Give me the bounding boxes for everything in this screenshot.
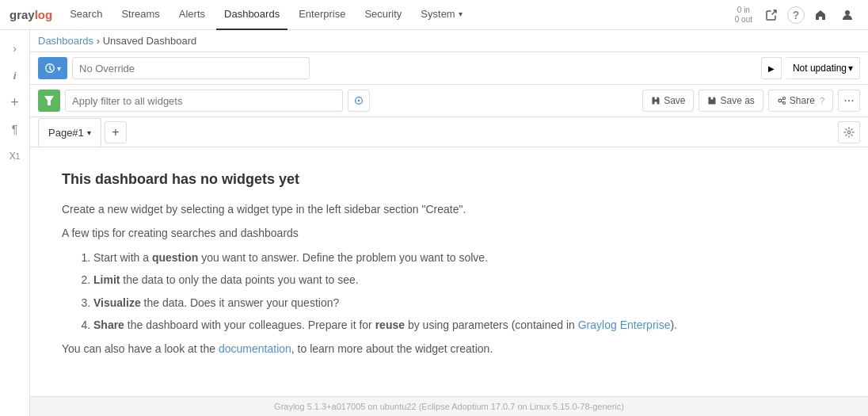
page-tab-label: Page#1 bbox=[48, 127, 84, 139]
dashboard-settings-btn[interactable] bbox=[838, 121, 860, 143]
tip-3: Visualize the data. Does it answer your … bbox=[93, 294, 836, 311]
time-caret: ▾ bbox=[57, 64, 61, 73]
footer-text: Graylog 5.1.3+a017005 on ubuntu22 (Eclip… bbox=[274, 402, 624, 411]
graylog-enterprise-link[interactable]: Graylog Enterprise bbox=[578, 319, 671, 331]
tips-intro: A few tips for creating searches and das… bbox=[62, 224, 836, 242]
share-label: Share bbox=[790, 95, 815, 106]
layout: › i + ¶ X1 Dashboards › Unsaved Dashboar… bbox=[0, 30, 868, 416]
svg-point-0 bbox=[845, 10, 850, 15]
external-link-btn[interactable] bbox=[760, 4, 782, 26]
filter-input[interactable] bbox=[65, 90, 343, 112]
nav-streams[interactable]: Streams bbox=[113, 0, 167, 30]
share-btn[interactable]: Share ? bbox=[768, 90, 833, 112]
save-as-btn[interactable]: Save as bbox=[699, 90, 763, 112]
breadcrumb: Dashboards › Unsaved Dashboard bbox=[38, 35, 196, 47]
save-label: Save bbox=[664, 95, 685, 106]
nav-security[interactable]: Security bbox=[356, 0, 409, 30]
svg-point-5 bbox=[779, 99, 782, 102]
user-btn[interactable] bbox=[836, 4, 858, 26]
sidebar-format[interactable]: ¶ bbox=[3, 117, 27, 141]
nav-dashboards[interactable]: Dashboards bbox=[216, 0, 287, 30]
tip-4: Share the dashboard with your colleagues… bbox=[93, 316, 836, 334]
svg-point-8 bbox=[847, 131, 851, 134]
svg-marker-2 bbox=[44, 96, 54, 105]
documentation-link[interactable]: documentation bbox=[219, 342, 291, 355]
nav-alerts[interactable]: Alerts bbox=[171, 0, 213, 30]
system-dropdown-caret: ▾ bbox=[459, 10, 463, 18]
more-options-btn[interactable]: ··· bbox=[838, 90, 860, 112]
traffic-badge: 0 in 0 out bbox=[735, 6, 752, 25]
page-tab-1[interactable]: Page#1 ▾ bbox=[38, 118, 101, 147]
sidebar-variable[interactable]: X1 bbox=[3, 144, 27, 168]
breadcrumb-row: Dashboards › Unsaved Dashboard bbox=[30, 30, 868, 52]
nav-search[interactable]: Search bbox=[62, 0, 110, 30]
nav-system[interactable]: System ▾ bbox=[413, 0, 470, 30]
sidebar-create[interactable]: + bbox=[3, 90, 27, 114]
topnav: graylog Search Streams Alerts Dashboards… bbox=[0, 0, 868, 30]
intro-text: Create a new widget by selecting a widge… bbox=[62, 200, 836, 218]
page-tabs: Page#1 ▾ + bbox=[30, 117, 868, 147]
not-updating-btn[interactable]: Not updating ▾ bbox=[786, 57, 860, 79]
share-help: ? bbox=[820, 96, 824, 105]
dashboard-content: This dashboard has no widgets yet Create… bbox=[30, 147, 868, 396]
main: Dashboards › Unsaved Dashboard ▾ ▶ Not u… bbox=[30, 30, 868, 416]
time-override-row: ▾ ▶ Not updating ▾ bbox=[30, 52, 868, 85]
sidebar-toggle[interactable]: › bbox=[3, 36, 27, 60]
logo-gray: gray bbox=[10, 8, 35, 21]
nav-enterprise[interactable]: Enterprise bbox=[291, 0, 353, 30]
home-btn[interactable] bbox=[809, 4, 832, 26]
breadcrumb-current: Unsaved Dashboard bbox=[103, 35, 197, 47]
updating-caret: ▾ bbox=[848, 63, 853, 74]
time-override-btn[interactable]: ▾ bbox=[38, 57, 67, 79]
filter-btn[interactable] bbox=[38, 90, 60, 112]
filter-row: Save Save as Share ? ··· bbox=[30, 85, 868, 117]
tip-2: Limit the data to only the data points y… bbox=[93, 271, 836, 288]
footer: Graylog 5.1.3+a017005 on ubuntu22 (Eclip… bbox=[30, 396, 868, 416]
logo-log: log bbox=[35, 8, 53, 21]
nav-right: 0 in 0 out ? bbox=[735, 4, 858, 26]
sidebar-info[interactable]: i bbox=[3, 63, 27, 87]
tips-list: Start with a question you want to answer… bbox=[93, 249, 836, 334]
pin-btn[interactable] bbox=[348, 90, 370, 112]
left-sidebar: › i + ¶ X1 bbox=[0, 30, 30, 416]
save-as-label: Save as bbox=[720, 95, 754, 106]
logo: graylog bbox=[10, 8, 52, 21]
add-page-btn[interactable]: + bbox=[105, 121, 127, 143]
breadcrumb-parent[interactable]: Dashboards bbox=[38, 35, 93, 47]
docs-text: You can also have a look at the document… bbox=[62, 340, 836, 357]
play-btn[interactable]: ▶ bbox=[761, 57, 782, 79]
page-tab-caret: ▾ bbox=[87, 128, 91, 137]
tip-1: Start with a question you want to answer… bbox=[93, 249, 836, 266]
svg-point-4 bbox=[357, 100, 360, 102]
help-btn[interactable]: ? bbox=[787, 6, 805, 24]
no-widgets-title: This dashboard has no widgets yet bbox=[62, 171, 836, 188]
save-btn[interactable]: Save bbox=[642, 90, 694, 112]
not-updating-label: Not updating bbox=[793, 63, 847, 74]
override-input[interactable] bbox=[72, 57, 310, 79]
